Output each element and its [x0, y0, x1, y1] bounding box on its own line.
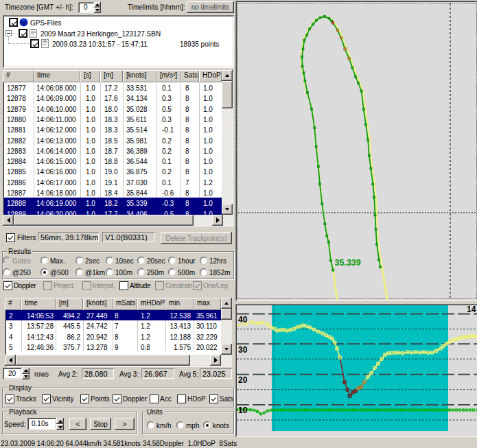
svg-text:35.339: 35.339	[335, 258, 361, 268]
